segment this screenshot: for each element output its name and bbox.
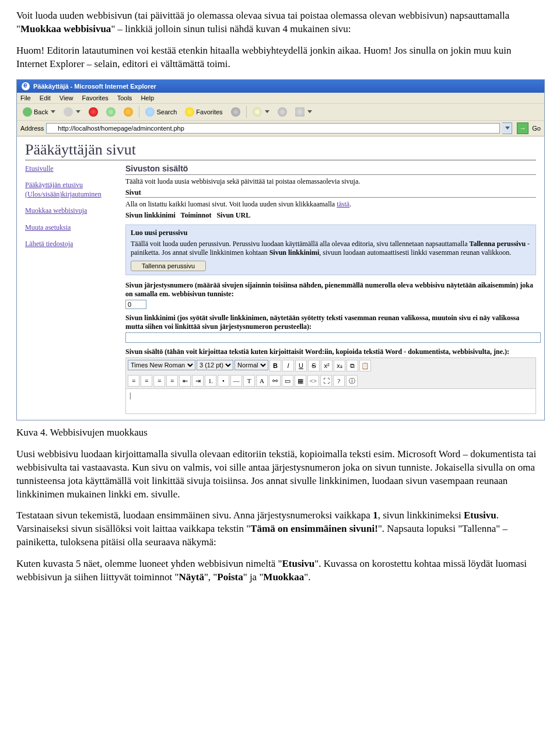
menu-tools[interactable]: Tools xyxy=(117,94,132,101)
chevron-down-icon xyxy=(51,110,55,113)
col-actions: Toiminnot xyxy=(181,211,212,219)
band-desc: Täällä voit luoda uuden perussivun. Peru… xyxy=(131,240,531,257)
stop-button[interactable] xyxy=(86,106,100,118)
subscript-button[interactable]: x₂ xyxy=(334,360,345,371)
linkname-input[interactable] xyxy=(125,332,541,343)
history-icon xyxy=(231,107,240,117)
print-button[interactable] xyxy=(275,106,289,118)
size-select[interactable]: 3 (12 pt) xyxy=(197,360,233,370)
paragraph-5: Kuten kuvasta 5 näet, olemme luoneet yhd… xyxy=(16,557,544,584)
nav-admin-home[interactable]: Pääkäyttäjän etusivu xyxy=(25,180,83,190)
address-label: Address xyxy=(20,125,44,132)
favorites-button[interactable]: Favorites xyxy=(183,106,225,118)
mail-button[interactable] xyxy=(250,106,272,118)
admin-main: Sivuston sisältö Täältä voit luoda uusia… xyxy=(125,164,536,414)
ie-logo-icon xyxy=(22,82,30,90)
outdent-button[interactable]: ⇤ xyxy=(179,375,191,387)
refresh-icon xyxy=(106,107,116,117)
edit-icon xyxy=(295,107,304,117)
browser-toolbar: Back Search Favorites xyxy=(17,104,544,121)
menu-favorites[interactable]: Favorites xyxy=(82,94,108,101)
text-color-button[interactable]: T xyxy=(243,375,255,387)
bold-button[interactable]: B xyxy=(270,360,281,371)
source-button[interactable]: <> xyxy=(307,375,319,387)
pages-table-header: Sivun linkkinimi Toiminnot Sivun URL xyxy=(125,211,536,220)
help-button[interactable]: ? xyxy=(333,375,345,387)
unordered-list-button[interactable]: • xyxy=(218,375,229,387)
nav-send-files[interactable]: Lähetä tiedostoja xyxy=(25,239,73,248)
link-button[interactable]: ⚯ xyxy=(269,375,281,387)
align-left-button[interactable]: ≡ xyxy=(128,375,139,387)
chevron-down-icon xyxy=(76,110,80,113)
pages-desc: Alla on listattu kaikki luomasi sivut. V… xyxy=(125,200,536,209)
paragraph-1: Voit luoda uuden webbisivun (tai päivitt… xyxy=(16,9,544,36)
address-input[interactable]: http://localhost/homepage/admincontent.p… xyxy=(46,123,500,134)
image-button[interactable]: ▭ xyxy=(282,375,293,387)
nav-edit-pages[interactable]: Muokkaa webbisivuja xyxy=(25,206,87,215)
back-button[interactable]: Back xyxy=(20,106,58,118)
fullscreen-button[interactable]: ⛶ xyxy=(320,375,332,387)
italic-button[interactable]: I xyxy=(282,360,294,371)
home-icon xyxy=(124,107,133,117)
copy-button[interactable]: ⧉ xyxy=(346,360,358,371)
paste-button[interactable]: 📋 xyxy=(359,360,371,371)
save-page-button[interactable]: Tallenna perussivu xyxy=(131,261,206,271)
editor-toolbar-2: ≡ ≡ ≡ ≡ ⇤ ⇥ 1. • — T A ⚯ ▭ ▦ <> xyxy=(125,373,536,388)
chevron-down-icon xyxy=(265,110,270,113)
info-button[interactable]: ⓘ xyxy=(346,375,358,387)
stop-icon xyxy=(89,107,98,117)
linkname-label: Sivun linkkinimi (jos syötät sivulle lin… xyxy=(125,314,536,331)
print-icon xyxy=(278,107,287,117)
content-label: Sivun sisältö (tähän voit kirjoittaa tek… xyxy=(125,348,536,356)
underline-button[interactable]: U xyxy=(295,360,307,371)
nav-settings[interactable]: Muuta asetuksia xyxy=(25,223,71,232)
create-page-link[interactable]: tästä xyxy=(337,200,349,208)
search-button[interactable]: Search xyxy=(143,106,179,118)
editor-canvas[interactable]: | xyxy=(125,388,536,414)
figure-caption: Kuva 4. Webbisivujen muokkaus xyxy=(16,426,544,440)
home-button[interactable] xyxy=(121,106,135,118)
section-desc: Täältä voit luoda uusia webbisivuja sekä… xyxy=(125,177,536,186)
nav-home[interactable]: Etusivulle xyxy=(25,164,54,173)
indent-button[interactable]: ⇥ xyxy=(192,375,204,387)
font-select[interactable]: Times New Roman xyxy=(128,360,195,370)
page-icon xyxy=(49,125,56,132)
editor-cursor: | xyxy=(130,391,131,399)
go-button[interactable]: → xyxy=(517,122,528,134)
paragraph-4: Testataan sivun tekemistä, luodaan ensim… xyxy=(16,509,544,549)
align-center-button[interactable]: ≡ xyxy=(141,375,152,387)
menu-view[interactable]: View xyxy=(60,94,74,101)
format-select[interactable]: Normal xyxy=(235,360,268,370)
menu-bar: File Edit View Favorites Tools Help xyxy=(17,93,544,104)
window-titlebar: Pääkäyttäjä - Microsoft Internet Explore… xyxy=(17,80,544,93)
create-page-band: Luo uusi perussivu Täällä voit luoda uud… xyxy=(125,225,536,275)
forward-button[interactable] xyxy=(61,106,83,118)
col-linkname: Sivun linkkinimi xyxy=(125,211,176,219)
chevron-down-icon xyxy=(505,127,510,129)
window-title: Pääkäyttäjä - Microsoft Internet Explore… xyxy=(33,83,156,90)
divider xyxy=(125,174,536,175)
editor-toolbar: Times New Roman 3 (12 pt) Normal B I U S… xyxy=(125,357,536,373)
nav-login-out[interactable]: (Ulos/sisään)kirjautuminen xyxy=(25,190,102,199)
menu-edit[interactable]: Edit xyxy=(40,94,51,101)
ordered-list-button[interactable]: 1. xyxy=(205,375,216,387)
mail-icon xyxy=(253,107,262,117)
strikethrough-button[interactable]: S xyxy=(308,360,320,371)
edit-button[interactable] xyxy=(293,106,314,118)
refresh-button[interactable] xyxy=(104,106,118,118)
align-right-button[interactable]: ≡ xyxy=(153,375,165,387)
page-content: Pääkäyttäjän sivut Etusivulle Pääkäyttäj… xyxy=(17,136,544,420)
align-justify-button[interactable]: ≡ xyxy=(166,375,178,387)
order-input[interactable] xyxy=(125,300,146,309)
superscript-button[interactable]: x² xyxy=(321,360,332,371)
address-dropdown[interactable] xyxy=(502,122,512,134)
bg-color-button[interactable]: A xyxy=(256,375,268,387)
address-bar: Address http://localhost/homepage/adminc… xyxy=(17,121,544,136)
menu-file[interactable]: File xyxy=(20,94,31,101)
divider xyxy=(25,160,536,160)
history-button[interactable] xyxy=(229,106,243,118)
table-button[interactable]: ▦ xyxy=(295,375,306,387)
hr-button[interactable]: — xyxy=(230,375,242,387)
go-label: Go xyxy=(532,125,541,132)
menu-help[interactable]: Help xyxy=(141,94,154,101)
